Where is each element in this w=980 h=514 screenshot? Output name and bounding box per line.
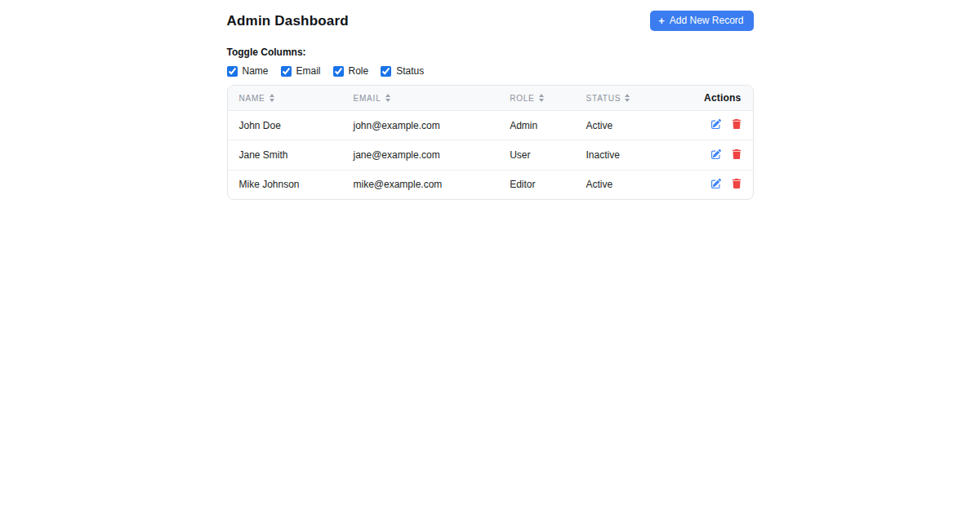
table-row: Jane Smith jane@example.com User Inactiv…	[228, 140, 753, 170]
edit-button[interactable]	[711, 179, 721, 191]
column-header-label: STATUS	[586, 94, 621, 103]
cell-email: jane@example.com	[341, 140, 498, 170]
delete-button[interactable]	[732, 179, 742, 191]
sort-icon[interactable]	[270, 94, 274, 102]
cell-name: Jane Smith	[228, 140, 342, 170]
column-header-actions: Actions	[693, 86, 752, 111]
email-column-checkbox[interactable]	[281, 66, 292, 77]
cell-actions	[693, 111, 752, 140]
edit-icon	[711, 119, 721, 131]
column-header-label: ROLE	[510, 94, 534, 103]
name-column-checkbox[interactable]	[227, 66, 238, 77]
sort-icon[interactable]	[539, 94, 544, 102]
toggle-columns-label: Toggle Columns:	[227, 47, 754, 58]
toggle-option-email[interactable]: Email	[281, 65, 321, 77]
checkbox-label: Name	[243, 65, 269, 77]
status-column-checkbox[interactable]	[381, 66, 391, 77]
delete-button[interactable]	[732, 149, 742, 162]
checkbox-label: Role	[349, 65, 369, 77]
records-table-card: NAME EMAIL ROLE	[227, 85, 754, 200]
cell-name: John Doe	[228, 111, 342, 140]
cell-status: Active	[575, 111, 693, 140]
toggle-option-role[interactable]: Role	[333, 65, 369, 77]
column-header-label: EMAIL	[353, 94, 381, 103]
page-header: Admin Dashboard + Add New Record	[227, 11, 754, 31]
main-container: Admin Dashboard + Add New Record Toggle …	[227, 0, 754, 200]
toggle-option-name[interactable]: Name	[227, 65, 269, 77]
column-header-email[interactable]: EMAIL	[341, 86, 498, 111]
toggle-options-row: Name Email Role Status	[227, 65, 754, 77]
page-title: Admin Dashboard	[227, 13, 349, 29]
cell-status: Inactive	[575, 140, 693, 170]
add-new-record-button[interactable]: + Add New Record	[650, 11, 753, 31]
add-new-record-label: Add New Record	[670, 15, 744, 26]
column-header-role[interactable]: ROLE	[498, 86, 574, 111]
cell-role: Admin	[498, 111, 574, 140]
edit-icon	[711, 149, 721, 162]
cell-actions	[693, 170, 752, 199]
cell-status: Active	[575, 170, 693, 199]
toggle-columns-section: Toggle Columns: Name Email Role Status	[227, 47, 754, 77]
column-header-status[interactable]: STATUS	[575, 86, 693, 111]
edit-button[interactable]	[711, 149, 721, 162]
column-header-label: NAME	[239, 94, 265, 103]
sort-icon[interactable]	[385, 94, 390, 102]
toggle-option-status[interactable]: Status	[381, 65, 424, 77]
cell-name: Mike Johnson	[228, 170, 342, 199]
checkbox-label: Status	[396, 65, 424, 77]
column-header-name[interactable]: NAME	[228, 86, 342, 111]
edit-button[interactable]	[711, 119, 721, 131]
table-row: Mike Johnson mike@example.com Editor Act…	[228, 170, 753, 199]
plus-icon: +	[658, 16, 665, 26]
cell-actions	[693, 140, 752, 170]
trash-icon	[732, 179, 742, 191]
trash-icon	[732, 149, 742, 162]
table-row: John Doe john@example.com Admin Active	[228, 111, 753, 140]
trash-icon	[732, 119, 742, 131]
edit-icon	[711, 179, 721, 191]
cell-role: User	[498, 140, 574, 170]
sort-icon[interactable]	[625, 94, 630, 102]
cell-email: mike@example.com	[341, 170, 498, 199]
role-column-checkbox[interactable]	[333, 66, 344, 77]
cell-email: john@example.com	[341, 111, 498, 140]
cell-role: Editor	[498, 170, 574, 199]
delete-button[interactable]	[732, 119, 742, 131]
table-header-row: NAME EMAIL ROLE	[228, 86, 753, 111]
checkbox-label: Email	[296, 65, 321, 77]
records-table: NAME EMAIL ROLE	[228, 86, 753, 199]
